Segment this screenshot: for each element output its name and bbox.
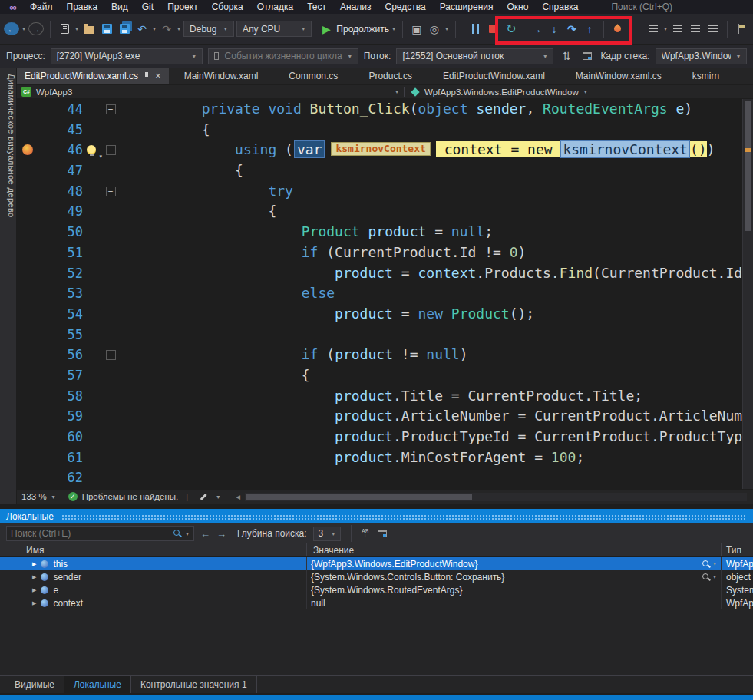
redo-caret-icon[interactable]: ▾ bbox=[177, 25, 180, 32]
locals-title-bar[interactable]: Локальные bbox=[0, 509, 753, 523]
code-map-caret-icon[interactable]: ▾ bbox=[664, 25, 667, 32]
menu-item[interactable]: Отладка bbox=[250, 1, 300, 13]
hscroll-left-arrow[interactable]: ◂ bbox=[236, 491, 240, 502]
thread-combo[interactable]: [12552] Основной поток ▾ bbox=[396, 48, 553, 64]
value-magnifier-button[interactable]: ▾ bbox=[702, 573, 717, 582]
fold-marker-icon[interactable]: − bbox=[106, 350, 116, 360]
document-tab[interactable]: MainWindow.xaml.cs bbox=[560, 68, 677, 84]
restart-button[interactable]: ↻ bbox=[504, 20, 519, 38]
bookmark-flag-button[interactable] bbox=[734, 20, 749, 38]
panel-tab[interactable]: Локальные bbox=[64, 676, 131, 693]
menu-item[interactable]: Тест bbox=[300, 1, 333, 13]
step-over-button[interactable]: ↷ bbox=[564, 20, 580, 38]
save-all-button[interactable] bbox=[117, 20, 132, 38]
continue-label[interactable]: Продолжить bbox=[336, 24, 389, 35]
snapshot-icon[interactable]: ▣ bbox=[409, 20, 424, 38]
breadcrumb-project-combo[interactable]: C# WpfApp3 ▾ bbox=[17, 87, 405, 97]
locals-row-context[interactable]: ▶contextnullWpfApp bbox=[0, 596, 753, 609]
code-editor[interactable]: 44− private void Button_Click(object sen… bbox=[17, 99, 753, 489]
code-text[interactable]: { bbox=[120, 160, 742, 181]
search-depth-combo[interactable]: 3 ▾ bbox=[313, 527, 342, 541]
code-text[interactable]: { bbox=[120, 120, 742, 140]
process-combo[interactable]: [2720] WpfApp3.exe ▾ bbox=[51, 48, 203, 64]
expander-icon[interactable]: ▶ bbox=[32, 600, 36, 606]
menu-item[interactable]: Справка bbox=[535, 1, 585, 13]
continue-caret-icon[interactable]: ▾ bbox=[392, 25, 395, 32]
health-check-icon[interactable]: ✓ bbox=[68, 492, 78, 501]
menu-item[interactable]: Файл bbox=[23, 1, 60, 13]
search-next-button[interactable]: → bbox=[216, 528, 226, 540]
panel-splitter[interactable] bbox=[0, 504, 753, 509]
scrollbar-thumb[interactable] bbox=[246, 494, 472, 500]
document-tab[interactable]: EditProductWindow.xaml.cs× bbox=[17, 68, 169, 84]
locals-row-e[interactable]: ▶e{System.Windows.RoutedEventArgs}System… bbox=[0, 583, 753, 596]
code-text[interactable]: else bbox=[120, 283, 742, 304]
code-text[interactable] bbox=[120, 325, 742, 345]
document-tab[interactable]: EditProductWindow.xaml bbox=[428, 68, 560, 84]
code-text[interactable]: product.ArticleNumber = CurrentProduct.A… bbox=[120, 406, 742, 427]
fold-marker-icon[interactable]: − bbox=[106, 104, 116, 114]
platform-combo[interactable]: Any CPU ▾ bbox=[236, 21, 312, 37]
pause-button[interactable] bbox=[468, 20, 484, 38]
code-text[interactable]: try bbox=[120, 181, 742, 202]
column-header-type[interactable]: Тип bbox=[722, 545, 753, 556]
step-out-button[interactable]: ↑ bbox=[582, 20, 597, 38]
menu-item[interactable]: Окно bbox=[500, 1, 535, 13]
menu-item[interactable]: Правка bbox=[60, 1, 105, 13]
menu-item[interactable]: Проект bbox=[160, 1, 205, 13]
code-text[interactable]: if (product != null) bbox=[120, 345, 742, 365]
code-text[interactable]: { bbox=[120, 365, 742, 386]
search-icon[interactable] bbox=[173, 529, 182, 538]
menu-item[interactable]: Расширения bbox=[433, 1, 500, 13]
vertical-tab-dynamic-visual-tree[interactable]: Динамическое визуальное дерево bbox=[0, 68, 17, 504]
panel-tab[interactable]: Видимые bbox=[5, 676, 64, 693]
navigate-forward-button[interactable]: → bbox=[28, 22, 44, 35]
hot-reload-button[interactable] bbox=[610, 20, 626, 38]
expander-icon[interactable]: ▶ bbox=[32, 574, 36, 580]
navigate-back-button[interactable]: ← bbox=[4, 22, 19, 35]
locals-row-sender[interactable]: ▶sender{System.Windows.Controls.Button: … bbox=[0, 570, 753, 583]
menu-item[interactable]: Сборка bbox=[205, 1, 250, 13]
expander-icon[interactable]: ▶ bbox=[32, 561, 36, 567]
value-magnifier-button[interactable]: ▾ bbox=[702, 560, 717, 569]
step-into-button[interactable]: ↓ bbox=[547, 20, 562, 38]
quick-search[interactable]: Поиск (Ctrl+Q) bbox=[611, 2, 672, 12]
fold-marker-icon[interactable]: − bbox=[106, 187, 116, 196]
document-tab[interactable]: ksmirn bbox=[677, 68, 735, 84]
hot-reload-caret-icon[interactable]: ▾ bbox=[629, 25, 632, 32]
stop-button[interactable] bbox=[486, 20, 501, 38]
diagnostics-icon[interactable]: ◎ bbox=[427, 20, 442, 38]
menu-item[interactable]: Средства bbox=[378, 1, 433, 13]
edit-indicator-caret-icon[interactable]: ▾ bbox=[216, 494, 220, 500]
new-file-caret-icon[interactable]: ▾ bbox=[75, 25, 78, 32]
column-header-value[interactable]: Значение bbox=[307, 543, 722, 556]
menu-item[interactable]: Вид bbox=[104, 1, 135, 13]
show-next-statement-button[interactable]: → bbox=[529, 20, 544, 38]
search-prev-button[interactable]: ← bbox=[200, 528, 210, 540]
columns-button[interactable] bbox=[375, 524, 390, 543]
save-button[interactable] bbox=[99, 20, 114, 38]
code-text[interactable]: product.MinCostForAgent = 100; bbox=[120, 447, 742, 468]
lightbulb-icon[interactable] bbox=[87, 145, 96, 154]
zoom-caret-icon[interactable]: ▾ bbox=[52, 494, 55, 500]
code-text[interactable]: private void Button_Click(object sender,… bbox=[120, 99, 742, 120]
solution-config-combo[interactable]: Debug ▾ bbox=[183, 21, 234, 37]
document-tab[interactable]: Product.cs bbox=[353, 68, 428, 84]
panel-tab[interactable]: Контрольные значения 1 bbox=[131, 676, 257, 693]
lifecycle-combo[interactable]: События жизненного цикла ▾ bbox=[208, 48, 358, 64]
expander-icon[interactable]: ▶ bbox=[32, 587, 36, 593]
locals-row-this[interactable]: ▶this{WpfApp3.Windows.EditProductWindow}… bbox=[0, 557, 753, 570]
document-tab[interactable]: MainWindow.xaml bbox=[169, 68, 274, 84]
redo-button[interactable]: ↷ bbox=[159, 20, 174, 38]
code-text[interactable]: Product product = null; bbox=[120, 222, 742, 243]
code-text[interactable]: using (varksmirnovContext context = new … bbox=[120, 140, 742, 160]
menu-item[interactable]: Анализ bbox=[333, 1, 378, 13]
code-text[interactable]: product.Title = CurrentProduct.Title; bbox=[120, 386, 742, 407]
locals-search-box[interactable]: ▾ bbox=[6, 526, 194, 541]
breadcrumb-class-combo[interactable]: WpfApp3.Windows.EditProductWindow ▾ bbox=[405, 88, 753, 97]
indent-increase-button[interactable] bbox=[705, 20, 721, 38]
diagnostics-caret-icon[interactable]: ▾ bbox=[445, 25, 448, 32]
menu-item[interactable]: Git bbox=[135, 1, 160, 13]
indent-decrease-button[interactable] bbox=[688, 20, 703, 38]
code-text[interactable] bbox=[120, 467, 742, 488]
